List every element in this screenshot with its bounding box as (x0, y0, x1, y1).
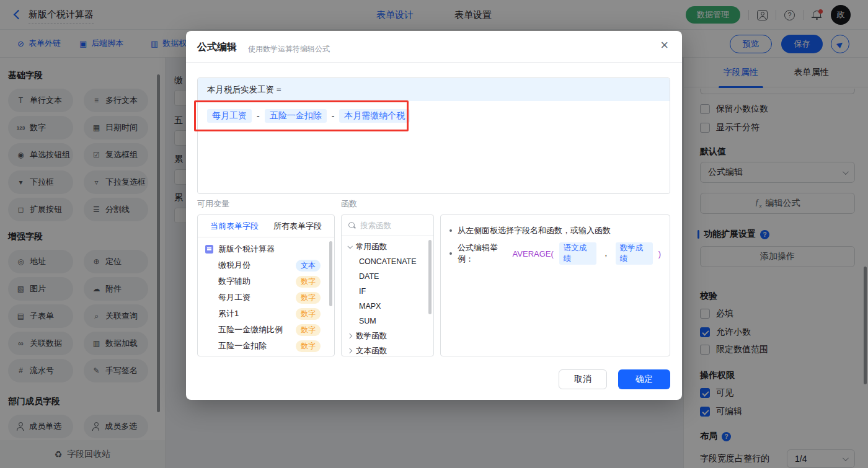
help-line-1: 从左侧面板选择字段名和函数，或输入函数 (458, 225, 611, 236)
function-group[interactable]: 文本函数 (342, 343, 433, 356)
variable-row[interactable]: 每月工资数字 (198, 289, 334, 306)
formula-editor-area[interactable]: 本月税后实发工资 = 每月工资 - 五险一金扣除 - 本月需缴纳个税 (197, 77, 670, 194)
example-field-chip: 数学成绩 (616, 242, 653, 265)
variables-label: 可用变量 (197, 198, 229, 210)
formula-help-panel: 从左侧面板选择字段名和函数，或输入函数 公式编辑举例： AVERAGE( 语文成… (440, 214, 670, 356)
formula-target: 本月税后实发工资 = (198, 78, 670, 101)
functions-panel: 常用函数 CONCATENATE DATE IF MAPX SUM 数学函数 文… (341, 214, 434, 356)
operator-minus: - (257, 111, 260, 121)
search-icon (348, 221, 356, 229)
operator-minus: - (332, 111, 335, 121)
form-icon (205, 245, 213, 254)
formula-editor-dialog: 公式编辑 使用数学运算符编辑公式 × 本月税后实发工资 = 每月工资 - 五险一… (186, 31, 682, 400)
type-badge: 数字 (296, 324, 321, 336)
bullet (450, 229, 452, 232)
example-field-chip: 语文成绩 (559, 242, 596, 265)
function-item[interactable]: IF (342, 284, 433, 299)
example-comma: ， (602, 248, 610, 259)
formula-field-chip[interactable]: 每月工资 (207, 109, 252, 123)
variables-panel: 当前表单字段 所有表单字段 新版个税计算器 缴税月份文本 数字辅助数字 每月工资… (197, 214, 335, 356)
variable-row[interactable]: 缴税月份文本 (198, 257, 334, 273)
variable-row[interactable]: 累计1数字 (198, 306, 334, 322)
functions-scrollbar[interactable] (428, 240, 432, 314)
functions-label: 函数 (341, 198, 357, 210)
variable-row[interactable]: 五险一金扣除数字 (198, 338, 334, 354)
confirm-button[interactable]: 确定 (618, 369, 670, 389)
variable-row[interactable]: 数字辅助数字 (198, 273, 334, 289)
variables-scrollbar[interactable] (329, 241, 332, 306)
caret-down-icon (347, 244, 352, 249)
formula-field-chip[interactable]: 本月需缴纳个税 (339, 109, 410, 123)
example-function-close: ) (658, 249, 661, 258)
type-badge: 数字 (296, 276, 321, 288)
type-badge: 数字 (296, 308, 321, 320)
formula-field-chip[interactable]: 五险一金扣除 (265, 109, 327, 123)
function-item[interactable]: DATE (342, 269, 433, 284)
formula-expression[interactable]: 每月工资 - 五险一金扣除 - 本月需缴纳个税 (198, 101, 670, 131)
type-badge: 数字 (296, 292, 321, 304)
bullet (450, 252, 452, 255)
function-search-input[interactable] (360, 221, 422, 230)
caret-right-icon (347, 348, 352, 353)
caret-right-icon (347, 333, 352, 338)
type-badge: 文本 (296, 260, 321, 272)
tab-all-form-fields[interactable]: 所有表单字段 (273, 221, 322, 232)
form-node[interactable]: 新版个税计算器 (198, 241, 334, 257)
function-item[interactable]: MAPX (342, 299, 433, 314)
dialog-title: 公式编辑 (197, 41, 237, 54)
function-item[interactable]: SUM (342, 314, 433, 329)
close-icon[interactable]: × (660, 38, 668, 52)
variable-row[interactable]: 五险一金缴纳比例数字 (198, 322, 334, 338)
example-function-open: AVERAGE( (513, 249, 554, 258)
help-example-prefix: 公式编辑举例： (458, 242, 510, 265)
function-group[interactable]: 数学函数 (342, 329, 433, 343)
cancel-button[interactable]: 取消 (559, 369, 607, 389)
divider (186, 62, 682, 63)
function-item[interactable]: CONCATENATE (342, 254, 433, 269)
tab-current-form-fields[interactable]: 当前表单字段 (210, 221, 259, 232)
function-search[interactable] (342, 215, 433, 236)
type-badge: 数字 (296, 340, 321, 352)
function-group[interactable]: 常用函数 (342, 239, 433, 254)
dialog-subtitle: 使用数学运算符编辑公式 (248, 44, 330, 55)
